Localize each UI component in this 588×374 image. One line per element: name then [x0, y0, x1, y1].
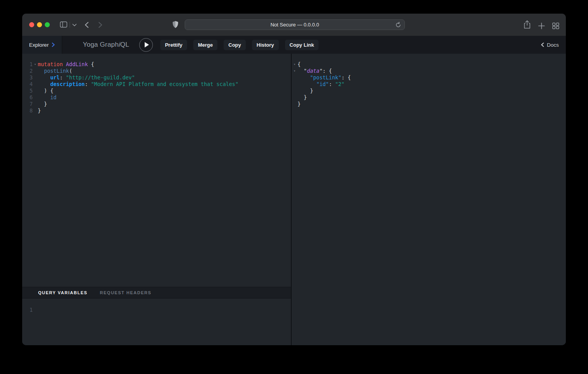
code-line: }: [292, 94, 566, 101]
tab-request-headers[interactable]: REQUEST HEADERS: [100, 290, 152, 295]
explorer-toggle[interactable]: Explorer: [22, 36, 62, 54]
docs-button[interactable]: Docs: [541, 42, 559, 48]
fold-gutter: [33, 307, 38, 313]
execute-query-button[interactable]: [139, 38, 153, 52]
minimize-window-button[interactable]: [37, 22, 42, 27]
chevron-down-icon[interactable]: [72, 24, 77, 26]
code-text: "data": {: [298, 68, 332, 74]
code-line: ▾ "data": {: [292, 68, 566, 74]
code-line: }: [292, 88, 566, 94]
address-bar[interactable]: Not Secure — 0.0.0.0: [185, 19, 405, 30]
line-number: 4: [22, 81, 33, 88]
prettify-button[interactable]: Prettify: [160, 40, 187, 50]
code-text: }: [38, 107, 41, 114]
code-line: 2 postLink(: [22, 68, 291, 74]
code-text: {: [298, 61, 301, 68]
app-title: Yoga GraphiQL: [83, 41, 129, 49]
fold-arrow-icon[interactable]: ▾: [292, 61, 298, 68]
fold-gutter: [292, 74, 298, 81]
code-line: 1▾mutation AddLink {: [22, 61, 291, 68]
reload-icon[interactable]: [395, 22, 401, 28]
code-text: "postLink": {: [298, 74, 351, 81]
line-number: 1: [22, 61, 33, 68]
code-line: 4 description: "Modern API Platform and …: [22, 81, 291, 88]
code-line: "postLink": {: [292, 74, 566, 81]
code-line: "id": "2": [292, 81, 566, 88]
line-number: 8: [22, 107, 33, 114]
code-line: 1: [22, 307, 291, 313]
fold-arrow-icon[interactable]: ▾: [33, 61, 38, 68]
sidebar-toggle-icon[interactable]: [60, 21, 67, 28]
explorer-label: Explorer: [29, 42, 49, 48]
fold-gutter: [33, 101, 38, 107]
fold-gutter: [33, 94, 38, 101]
fold-arrow-icon[interactable]: ▾: [292, 68, 298, 74]
privacy-shield-icon[interactable]: [172, 21, 178, 28]
code-text: url: "http://the-guild.dev": [38, 74, 135, 81]
code-text: }: [298, 101, 301, 107]
merge-button[interactable]: Merge: [193, 40, 217, 50]
back-button[interactable]: [85, 22, 89, 28]
fold-gutter: [33, 74, 38, 81]
code-line: 8}: [22, 107, 291, 114]
fold-gutter: [33, 81, 38, 88]
fold-gutter: [292, 81, 298, 88]
address-text: Not Secure — 0.0.0.0: [270, 22, 319, 28]
code-line: 6 id: [22, 94, 291, 101]
code-line: 3 url: "http://the-guild.dev": [22, 74, 291, 81]
fold-gutter: [292, 94, 298, 101]
browser-window: Not Secure — 0.0.0.0 Explorer: [22, 14, 566, 345]
share-icon[interactable]: [524, 20, 530, 29]
chevron-left-icon: [541, 42, 544, 47]
toolbar-buttons: PrettifyMergeCopyHistoryCopy Link: [160, 40, 318, 50]
code-line: }: [292, 101, 566, 107]
zoom-window-button[interactable]: [45, 22, 50, 27]
variables-tabbar: QUERY VARIABLESREQUEST HEADERS: [22, 287, 291, 298]
code-text: }: [298, 94, 307, 101]
fold-gutter: [33, 68, 38, 74]
code-text: postLink(: [38, 68, 72, 74]
code-text: }: [298, 88, 313, 94]
new-tab-icon[interactable]: [538, 23, 545, 29]
fold-gutter: [33, 88, 38, 94]
response-viewer: ▾{▾ "data": { "postLink": { "id": "2" } …: [292, 54, 566, 345]
line-number: 5: [22, 88, 33, 94]
chevron-right-icon: [52, 42, 55, 47]
fold-gutter: [33, 107, 38, 114]
copy-link-button[interactable]: Copy Link: [285, 40, 319, 50]
code-text: description: "Modern API Platform and ec…: [38, 81, 238, 88]
code-text: mutation AddLink {: [38, 61, 94, 68]
code-line: 5 ) {: [22, 88, 291, 94]
tab-overview-icon[interactable]: [552, 23, 559, 29]
tab-query-variables[interactable]: QUERY VARIABLES: [38, 290, 88, 295]
copy-button[interactable]: Copy: [224, 40, 246, 50]
fold-gutter: [292, 101, 298, 107]
history-button[interactable]: History: [252, 40, 279, 50]
line-number: 1: [22, 307, 33, 313]
line-number: 6: [22, 94, 33, 101]
close-window-button[interactable]: [29, 22, 34, 27]
toolbar-divider: [70, 22, 70, 28]
browser-titlebar: Not Secure — 0.0.0.0: [22, 14, 566, 36]
main-content: 1▾mutation AddLink {2 postLink(3 url: "h…: [22, 54, 566, 345]
code-line: ▾{: [292, 61, 566, 68]
code-text: ) {: [38, 88, 53, 94]
query-editor[interactable]: 1▾mutation AddLink {2 postLink(3 url: "h…: [22, 54, 291, 287]
line-number: 7: [22, 101, 33, 107]
docs-label: Docs: [547, 42, 559, 48]
line-number: 2: [22, 68, 33, 74]
window-controls: [29, 22, 50, 27]
code-text: "id": "2": [298, 81, 345, 88]
variables-editor[interactable]: 1: [22, 298, 291, 345]
play-icon: [145, 42, 149, 47]
graphiql-toolbar: Explorer Yoga GraphiQL PrettifyMergeCopy…: [22, 36, 566, 54]
left-pane: 1▾mutation AddLink {2 postLink(3 url: "h…: [22, 54, 291, 345]
code-text: id: [38, 94, 56, 101]
forward-button[interactable]: [98, 22, 102, 28]
fold-gutter: [292, 88, 298, 94]
line-number: 3: [22, 74, 33, 81]
code-line: 7 }: [22, 101, 291, 107]
code-text: }: [38, 101, 47, 107]
